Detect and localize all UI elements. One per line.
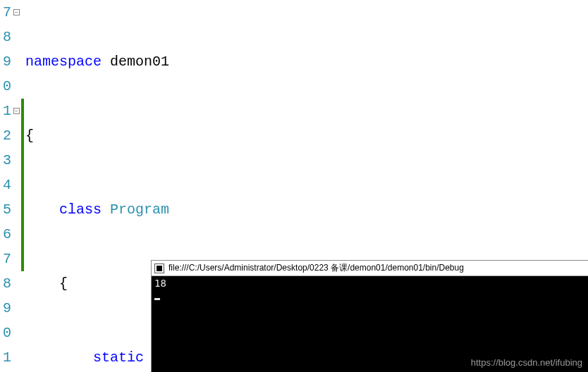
console-window[interactable]: file:///C:/Users/Administrator/Desktop/0… <box>151 260 588 372</box>
console-output-line: 18 <box>154 278 585 289</box>
change-mark <box>21 99 24 271</box>
fold-toggle-icon[interactable]: − <box>13 108 20 114</box>
line-number: 4 <box>0 173 11 197</box>
code-line[interactable]: namespace demon01 <box>25 49 588 74</box>
line-number: 9 <box>0 49 11 74</box>
line-number: 1 <box>0 345 11 370</box>
line-number: 8 <box>0 271 11 296</box>
line-number: 7 <box>0 247 11 271</box>
line-number: 0 <box>0 321 11 345</box>
fold-toggle-icon[interactable]: − <box>13 9 20 16</box>
line-number: 3 <box>0 148 11 173</box>
code-line[interactable]: { <box>25 123 588 148</box>
console-cursor <box>154 298 160 300</box>
console-app-icon <box>154 264 164 273</box>
line-number: 2 <box>0 123 11 148</box>
line-number-gutter: 7 8 9 0 1 2 3 4 5 6 7 8 9 0 1 <box>0 0 13 372</box>
line-number: 8 <box>0 25 11 49</box>
change-indicator-bar <box>21 0 24 372</box>
line-number: 6 <box>0 222 11 247</box>
console-titlebar[interactable]: file:///C:/Users/Administrator/Desktop/0… <box>152 261 588 276</box>
line-number: 7 <box>0 0 11 25</box>
line-number: 1 <box>0 99 11 123</box>
console-output-area[interactable]: 18 <box>152 276 588 302</box>
fold-column: − − <box>13 0 21 372</box>
watermark-text: https://blog.csdn.net/ifubing <box>471 357 582 368</box>
line-number: 9 <box>0 296 11 321</box>
line-number: 0 <box>0 74 11 99</box>
code-line[interactable]: class Program <box>25 197 588 222</box>
line-number: 5 <box>0 197 11 222</box>
console-title: file:///C:/Users/Administrator/Desktop/0… <box>169 262 464 274</box>
